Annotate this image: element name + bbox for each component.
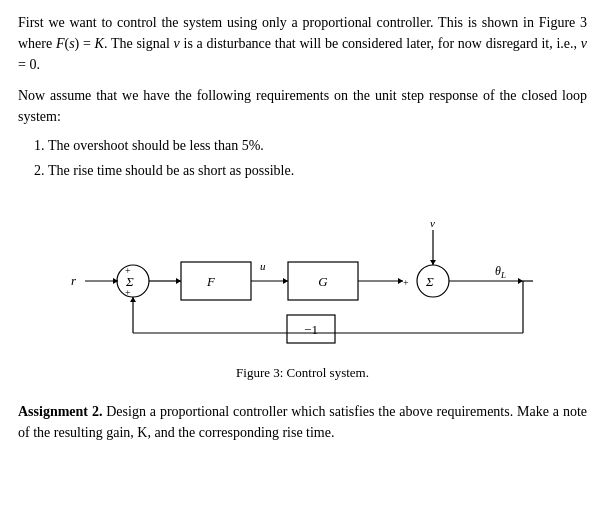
now-text: Now assume that we have the following re… xyxy=(18,85,587,127)
requirement-2: The rise time should be as short as poss… xyxy=(48,160,587,181)
figure-container: r Σ F u G v xyxy=(18,197,587,393)
sigma2-label: Σ xyxy=(425,274,434,289)
minus1-label: −1 xyxy=(304,322,318,337)
arrow-to-G xyxy=(283,278,288,284)
assignment-label: Assignment 2. xyxy=(18,404,102,419)
arrow-output xyxy=(518,278,523,284)
feedback-plus-sign: + xyxy=(125,287,131,298)
plus-sign-sigma1: + xyxy=(125,265,131,276)
theta-L-label: θL xyxy=(495,264,506,280)
assignment-block: Assignment 2. Design a proportional cont… xyxy=(18,401,587,443)
F-block xyxy=(181,262,251,300)
arrow-to-F xyxy=(176,278,181,284)
v-label: v xyxy=(430,217,435,229)
arrow-v-down xyxy=(430,260,436,265)
intro-paragraph: First we want to control the system usin… xyxy=(18,12,587,75)
requirements-list: The overshoot should be less than 5%. Th… xyxy=(48,135,587,181)
feedback-arrow xyxy=(130,297,136,302)
diagram-svg: r Σ F u G v xyxy=(63,197,543,357)
G-label: G xyxy=(318,274,328,289)
intro-text: First we want to control the system usin… xyxy=(18,12,587,75)
requirements-paragraph: Now assume that we have the following re… xyxy=(18,85,587,181)
requirement-1: The overshoot should be less than 5%. xyxy=(48,135,587,156)
assignment-body: Design a proportional controller which s… xyxy=(18,404,587,440)
assignment-text: Assignment 2. Design a proportional cont… xyxy=(18,401,587,443)
r-label: r xyxy=(71,273,77,288)
F-label: F xyxy=(206,274,216,289)
plus-sign-sigma2: + xyxy=(403,277,409,288)
figure-caption: Figure 3: Control system. xyxy=(236,363,369,383)
u-label: u xyxy=(260,260,266,272)
control-diagram: r Σ F u G v xyxy=(63,197,543,357)
